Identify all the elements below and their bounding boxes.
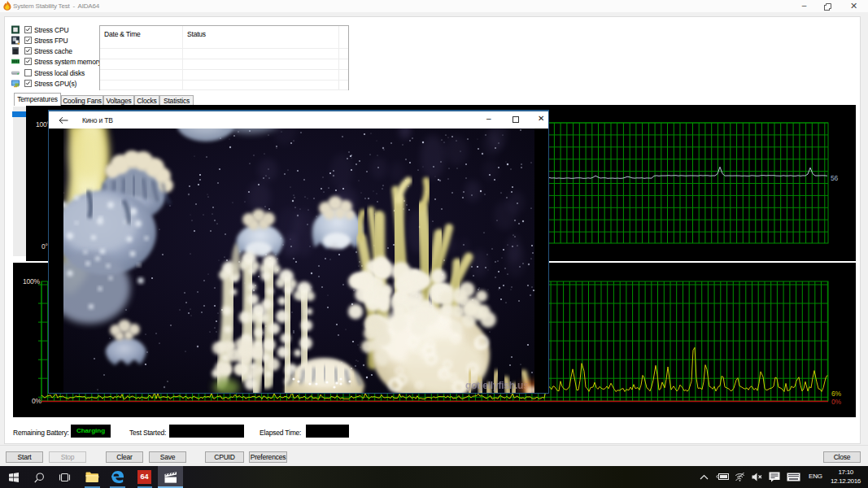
svg-text:gotjellyfish.us: gotjellyfish.us <box>465 380 529 391</box>
